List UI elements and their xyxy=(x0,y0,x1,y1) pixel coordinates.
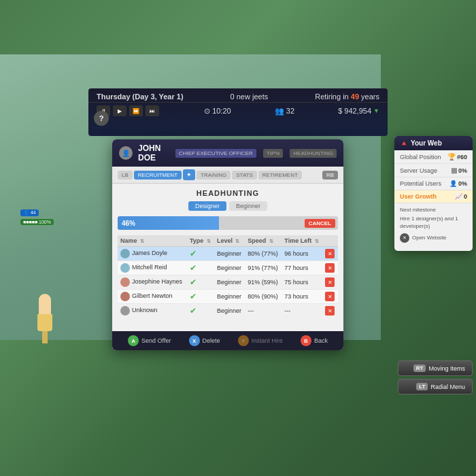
nav-retirement[interactable]: RETIREMENT xyxy=(258,171,302,180)
character-bg xyxy=(37,294,52,343)
cancel-button[interactable]: CANCEL xyxy=(305,219,335,228)
delete-candidate-button[interactable]: ✕ xyxy=(325,277,335,287)
money-display: $ 942,954 ▼ xyxy=(338,107,379,115)
candidate-level-cell: Beginner xyxy=(214,290,245,304)
check-icon: ✔ xyxy=(190,306,197,316)
nav-training[interactable]: TRAINING xyxy=(197,171,231,180)
global-position-value: 🏆 #60 xyxy=(447,153,467,160)
table-row[interactable]: Unknown✔Beginner------✕ xyxy=(118,304,338,318)
play-button[interactable]: ▶ xyxy=(113,105,126,116)
candidate-name-cell: Unknown xyxy=(118,304,187,318)
player-avatar: 👤 xyxy=(119,146,133,160)
potential-users-label: Potential Users xyxy=(400,180,441,187)
candidate-time-cell: 75 hours xyxy=(282,275,322,290)
nav-lb[interactable]: LB xyxy=(118,171,133,180)
nav-stats[interactable]: STATS xyxy=(232,171,257,180)
your-web-header: 🔺 Your Web xyxy=(394,136,473,150)
skip-button[interactable]: ⏭ xyxy=(146,105,159,116)
candidate-table: Name ⇅ Type ⇅ Level ⇅ Speed ⇅ Time Left … xyxy=(118,235,338,317)
check-icon: ✔ xyxy=(190,263,197,273)
action-back[interactable]: B Back xyxy=(301,335,328,346)
day-info: Thursday (Day 3, Year 1) xyxy=(97,92,184,101)
user-growth-value: 📈 0 xyxy=(455,193,467,200)
action-bar: A Send Offer X Delete Y Instant Hire B B… xyxy=(112,331,343,350)
candidate-delete-cell: ✕ xyxy=(322,275,338,290)
moving-items-button[interactable]: RT Moving Items xyxy=(398,360,473,376)
milestone-section: Next milestone Hire 1 designer(s) and 1 … xyxy=(394,203,473,245)
potential-users-row: Potential Users 👤 0% xyxy=(394,177,473,190)
panel-content: HEADHUNTING Designer Beginner 46% CANCEL… xyxy=(112,184,343,322)
candidate-name-cell: Gilbert Newton xyxy=(118,290,187,304)
potential-users-value: 👤 0% xyxy=(449,180,467,187)
bottom-right-buttons: RT Moving Items LT Radial Menu xyxy=(398,360,473,394)
candidate-speed-cell: 91% (77%) xyxy=(245,261,282,275)
your-web-panel: 🔺 Your Web Global Position 🏆 #60 Server … xyxy=(394,136,473,251)
delete-candidate-button[interactable]: ✕ xyxy=(325,292,335,301)
candidate-delete-cell: ✕ xyxy=(322,304,338,318)
global-position-label: Global Position xyxy=(400,154,441,160)
status-pills: 👤 44 xyxy=(20,209,39,216)
fast-forward-button[interactable]: ⏩ xyxy=(129,105,143,116)
candidate-time-cell: 96 hours xyxy=(282,247,322,261)
your-web-title: Your Web xyxy=(411,139,442,147)
user-growth-row: User Growth 📈 0 xyxy=(394,190,473,203)
open-website-action[interactable]: ✕ Open Website xyxy=(400,233,467,243)
col-speed: Speed ⇅ xyxy=(245,235,282,247)
table-row[interactable]: Gilbert Newton✔Beginner80% (90%)73 hours… xyxy=(118,290,338,304)
candidate-level-cell: Beginner xyxy=(214,261,245,275)
candidate-speed-cell: --- xyxy=(245,304,282,318)
workers-count: 👥 32 xyxy=(275,107,294,116)
top-bar-row2: ⏸ ▶ ⏩ ⏭ ⊙ 10:20 👥 32 $ 942,954 ▼ xyxy=(88,103,388,119)
nav-rb[interactable]: RB xyxy=(322,171,338,180)
action-instant-hire-label: Instant Hire xyxy=(252,337,283,344)
col-time: Time Left ⇅ xyxy=(282,235,322,247)
badge-headhunting: HEADHUNTING xyxy=(290,149,337,158)
nav-icon-btn[interactable]: ✦ xyxy=(183,169,195,180)
delete-candidate-button[interactable]: ✕ xyxy=(325,263,335,273)
key-a: A xyxy=(128,335,139,346)
action-send-offer[interactable]: A Send Offer xyxy=(128,335,171,346)
radial-menu-label: Radial Menu xyxy=(430,384,465,390)
top-bar: Thursday (Day 3, Year 1) 0 new jeets Ret… xyxy=(88,88,388,136)
open-website-label: Open Website xyxy=(412,234,447,241)
health-value: ■■■■■ 100% xyxy=(23,220,51,224)
health-pill: ■■■■■ 100% xyxy=(20,219,54,225)
time-display: ⊙ 10:20 xyxy=(204,107,231,116)
key-x: X xyxy=(189,335,200,346)
moving-items-key: RT xyxy=(413,364,426,372)
avatar-icon: 👤 xyxy=(122,150,130,157)
global-position-row: Global Position 🏆 #60 xyxy=(394,150,473,164)
filter-designer[interactable]: Designer xyxy=(188,201,226,211)
action-delete[interactable]: X Delete xyxy=(189,335,220,346)
grid-icon: ▦ xyxy=(451,167,457,174)
moving-items-label: Moving Items xyxy=(428,365,465,372)
candidate-speed-cell: 80% (77%) xyxy=(245,247,282,261)
candidate-type-cell: ✔ xyxy=(187,247,214,261)
radial-menu-button[interactable]: LT Radial Menu xyxy=(398,379,473,394)
nav-recruitment[interactable]: RECRUITMENT xyxy=(134,171,182,180)
delete-candidate-button[interactable]: ✕ xyxy=(325,306,335,316)
milestone-text: Hire 1 designer(s) and 1 developer(s) xyxy=(400,215,467,230)
progress-text: 46% xyxy=(122,220,135,227)
table-row[interactable]: Josephine Haynes✔Beginner91% (59%)75 hou… xyxy=(118,275,338,290)
table-header-row: Name ⇅ Type ⇅ Level ⇅ Speed ⇅ Time Left … xyxy=(118,235,338,247)
candidate-level-cell: Beginner xyxy=(214,304,245,318)
player-name: JOHN DOE xyxy=(138,143,169,163)
next-milestone-label: Next milestone xyxy=(400,207,436,213)
candidate-type-cell: ✔ xyxy=(187,275,214,290)
table-row[interactable]: Mitchell Reid✔Beginner91% (77%)77 hours✕ xyxy=(118,261,338,275)
server-usage-label: Server Usage xyxy=(400,167,437,174)
worker-count-pill: 👤 44 xyxy=(23,210,36,216)
panel-header: 👤 JOHN DOE CHIEF EXECUTIVE OFFICER TIP% … xyxy=(112,139,343,167)
help-button[interactable]: ? xyxy=(94,111,109,126)
check-icon: ✔ xyxy=(190,277,197,287)
candidate-type-cell: ✔ xyxy=(187,290,214,304)
delete-candidate-button[interactable]: ✕ xyxy=(325,249,335,258)
filter-beginner[interactable]: Beginner xyxy=(229,201,267,211)
action-delete-label: Delete xyxy=(203,337,220,344)
candidate-delete-cell: ✕ xyxy=(322,261,338,275)
col-type: Type ⇅ xyxy=(187,235,214,247)
candidate-type-cell: ✔ xyxy=(187,261,214,275)
table-row[interactable]: James Doyle✔Beginner80% (77%)96 hours✕ xyxy=(118,247,338,261)
action-instant-hire[interactable]: Y Instant Hire xyxy=(238,335,283,346)
